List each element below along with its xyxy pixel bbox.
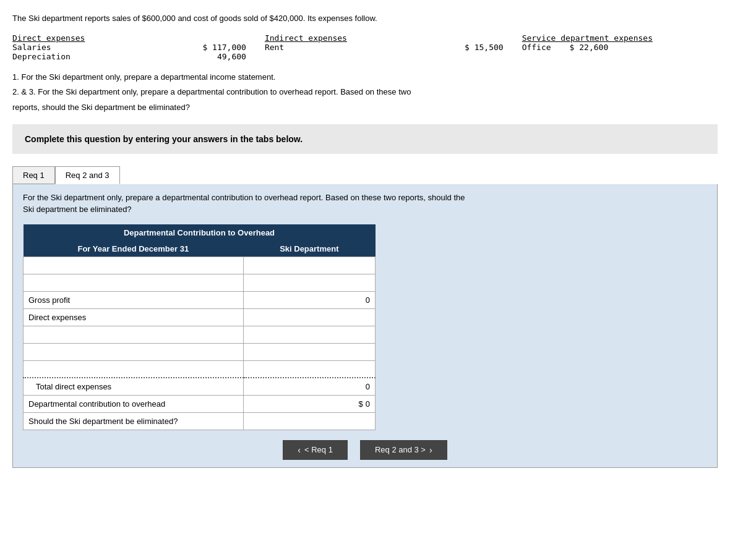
- complete-box: Complete this question by entering your …: [12, 124, 718, 154]
- contribution-value: 0: [366, 399, 370, 409]
- should-eliminate-input[interactable]: [249, 417, 370, 426]
- direct-expenses-header: Direct expenses: [12, 33, 150, 43]
- tab-description: For the Ski department only, prepare a d…: [23, 192, 707, 216]
- instruction-line1: 1. For the Ski department only, prepare …: [12, 71, 718, 84]
- row5-value-input[interactable]: [249, 365, 370, 374]
- depreciation-value: 49,600: [150, 52, 264, 61]
- office-value: $ 22,600: [570, 43, 609, 52]
- should-eliminate-row: Should the Ski department be eliminated?: [24, 412, 376, 430]
- instruction-line3: reports, should the Ski department be el…: [12, 101, 718, 114]
- indirect-expenses-header: Indirect expenses: [265, 33, 412, 43]
- gross-profit-row: Gross profit 0: [24, 291, 376, 308]
- row4-value-input[interactable]: [249, 347, 370, 357]
- report-table: Departmental Contribution to Overhead Fo…: [23, 224, 376, 430]
- contribution-label: Departmental contribution to overhead: [24, 395, 244, 412]
- table-row: [24, 360, 376, 378]
- service-expenses-header: Service department expenses: [522, 33, 718, 43]
- tab-req1[interactable]: Req 1: [12, 166, 55, 184]
- expenses-grid: Direct expenses Indirect expenses Servic…: [12, 33, 718, 61]
- table-row: [24, 343, 376, 360]
- contribution-row: Departmental contribution to overhead $ …: [24, 395, 376, 412]
- gross-profit-value: 0: [243, 291, 375, 308]
- total-direct-row: Total direct expenses 0: [24, 378, 376, 395]
- table-row: [24, 257, 376, 274]
- row2-label-input[interactable]: [28, 278, 238, 287]
- office-label: Office: [522, 43, 551, 52]
- instructions: 1. For the Ski department only, prepare …: [12, 71, 718, 114]
- table-row: [24, 274, 376, 291]
- row3-value-cell[interactable]: [243, 326, 375, 343]
- row1-value-input[interactable]: [249, 261, 370, 270]
- table-row: [24, 326, 376, 343]
- row2-value-input[interactable]: [249, 278, 370, 287]
- prev-label: < Req 1: [304, 445, 333, 454]
- salaries-value: $ 117,000: [150, 43, 264, 52]
- total-direct-label: Total direct expenses: [24, 378, 244, 395]
- rent-value: $ 15,500: [412, 43, 522, 52]
- direct-expenses-label: Direct expenses: [24, 308, 244, 326]
- next-label: Req 2 and 3 >: [375, 445, 426, 454]
- row5-value-cell[interactable]: [243, 360, 375, 378]
- prev-button[interactable]: ‹ < Req 1: [283, 440, 348, 460]
- row4-label-input[interactable]: [28, 347, 238, 357]
- gross-profit-label: Gross profit: [24, 291, 244, 308]
- row3-label-cell[interactable]: [24, 326, 244, 343]
- contribution-dollar: $: [359, 399, 363, 409]
- row2-label-cell[interactable]: [24, 274, 244, 291]
- row3-value-input[interactable]: [249, 330, 370, 339]
- direct-expenses-row: Direct expenses: [24, 308, 376, 326]
- intro-text: The Ski department reports sales of $600…: [12, 12, 718, 25]
- contribution-value-cell[interactable]: $ 0: [243, 395, 375, 412]
- row3-label-input[interactable]: [28, 330, 238, 339]
- tab-content: For the Ski department only, prepare a d…: [12, 184, 718, 468]
- should-eliminate-input-cell[interactable]: [243, 412, 375, 430]
- row4-label-cell[interactable]: [24, 343, 244, 360]
- next-button[interactable]: Req 2 and 3 > ›: [360, 440, 447, 460]
- tab-req2-3[interactable]: Req 2 and 3: [55, 166, 120, 184]
- tabs-container: Req 1 Req 2 and 3: [12, 166, 718, 184]
- row4-value-cell[interactable]: [243, 343, 375, 360]
- total-direct-value: 0: [243, 378, 375, 395]
- instruction-line2: 2. & 3. For the Ski department only, pre…: [12, 86, 718, 99]
- salaries-label: Salaries: [12, 43, 150, 52]
- direct-expenses-input[interactable]: [249, 313, 370, 322]
- next-arrow-icon: ›: [429, 445, 432, 455]
- report-column: Ski Department: [243, 241, 375, 257]
- should-eliminate-label: Should the Ski department be eliminated?: [24, 412, 244, 430]
- nav-buttons: ‹ < Req 1 Req 2 and 3 > ›: [23, 440, 707, 460]
- row5-label-input[interactable]: [28, 365, 238, 374]
- prev-arrow-icon: ‹: [298, 445, 301, 455]
- rent-label: Rent: [265, 43, 412, 52]
- row1-label-cell[interactable]: [24, 257, 244, 274]
- depreciation-label: Depreciation: [12, 52, 150, 61]
- direct-expenses-value[interactable]: [243, 308, 375, 326]
- row1-value-cell[interactable]: [243, 257, 375, 274]
- report-subtitle: For Year Ended December 31: [24, 241, 244, 257]
- row2-value-cell[interactable]: [243, 274, 375, 291]
- row5-label-cell[interactable]: [24, 360, 244, 378]
- report-title: Departmental Contribution to Overhead: [24, 224, 376, 241]
- row1-label-input[interactable]: [28, 261, 238, 270]
